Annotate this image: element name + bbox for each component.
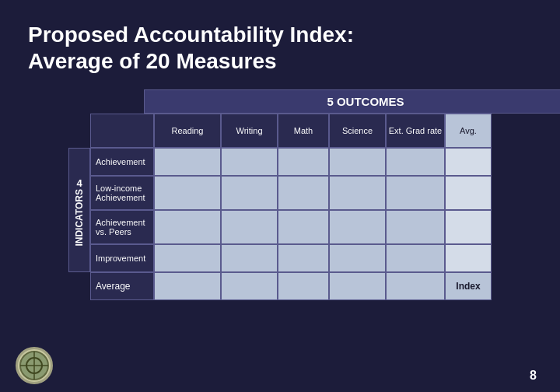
cell-improvement-extgrad <box>386 244 445 272</box>
data-section: Reading Writing Math Science Ext. Grad r… <box>154 114 492 300</box>
cell-lowincome-writing <box>221 176 278 210</box>
cell-lowincome-math <box>278 176 329 210</box>
row-low-income <box>154 176 492 210</box>
cell-achievement-math <box>278 148 329 176</box>
cell-vspeers-writing <box>221 210 278 244</box>
col-header-writing: Writing <box>221 114 278 148</box>
cell-vspeers-extgrad <box>386 210 445 244</box>
row-label-average: Average <box>90 272 154 300</box>
cell-improvement-avg <box>445 244 492 272</box>
cell-achievement-writing <box>221 148 278 176</box>
col-header-ext-grad: Ext. Grad rate <box>386 114 445 148</box>
cell-achievement-science <box>329 148 386 176</box>
cell-achievement-reading <box>154 148 221 176</box>
col-header-reading: Reading <box>154 114 221 148</box>
row-improvement <box>154 244 492 272</box>
cell-lowincome-reading <box>154 176 221 210</box>
row-average: Index <box>154 272 492 300</box>
col-header-science: Science <box>329 114 386 148</box>
table-container: 5 OUTCOMES 4 INDICATORS Achievement Low-… <box>28 89 532 376</box>
cell-index: Index <box>445 272 492 300</box>
cell-achievement-extgrad <box>386 148 445 176</box>
cell-average-reading <box>154 272 221 300</box>
col-header-math: Math <box>278 114 329 148</box>
cell-vspeers-math <box>278 210 329 244</box>
logo-circle <box>16 347 53 384</box>
row-label-low-income: Low-income Achievement <box>90 176 154 210</box>
row-label-achievement: Achievement <box>90 148 154 176</box>
cell-vspeers-science <box>329 210 386 244</box>
col-header-avg: Avg. <box>445 114 492 148</box>
cell-achievement-avg <box>445 148 492 176</box>
cell-lowincome-extgrad <box>386 176 445 210</box>
row-label-header <box>90 114 154 148</box>
main-table: 4 INDICATORS Achievement Low-income Achi… <box>68 114 492 300</box>
cell-improvement-reading <box>154 244 221 272</box>
logo <box>16 347 53 384</box>
cell-improvement-math <box>278 244 329 272</box>
indicators-bar: 4 INDICATORS <box>68 148 90 272</box>
cell-improvement-science <box>329 244 386 272</box>
cell-vspeers-reading <box>154 210 221 244</box>
row-label-vs-peers: Achievement vs. Peers <box>90 210 154 244</box>
slide-title: Proposed Accountability Index: Average o… <box>28 22 532 74</box>
row-labels: Achievement Low-income Achievement Achie… <box>90 114 154 300</box>
page-number: 8 <box>530 369 537 383</box>
col-headers: Reading Writing Math Science Ext. Grad r… <box>154 114 492 148</box>
cell-lowincome-science <box>329 176 386 210</box>
row-vs-peers <box>154 210 492 244</box>
outcomes-header: 5 OUTCOMES <box>144 89 560 114</box>
cell-average-math <box>278 272 329 300</box>
cell-vspeers-avg <box>445 210 492 244</box>
cell-average-science <box>329 272 386 300</box>
logo-icon <box>19 350 50 381</box>
cell-lowincome-avg <box>445 176 492 210</box>
cell-average-writing <box>221 272 278 300</box>
cell-average-extgrad <box>386 272 445 300</box>
row-achievement <box>154 148 492 176</box>
row-label-improvement: Improvement <box>90 244 154 272</box>
slide: Proposed Accountability Index: Average o… <box>0 0 560 392</box>
cell-improvement-writing <box>221 244 278 272</box>
